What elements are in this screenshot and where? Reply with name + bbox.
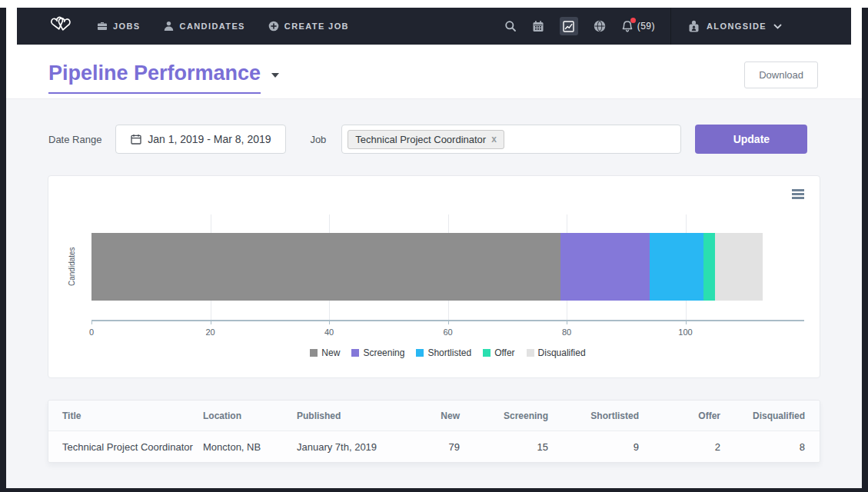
axis-tick — [211, 320, 211, 324]
axis-tick-label: 100 — [678, 327, 692, 337]
table-body: Technical Project CoordinatorMoncton, NB… — [48, 431, 820, 462]
column-header-disqualified: Disqualified — [720, 411, 805, 421]
notification-dot — [630, 18, 636, 23]
bar-segment-new[interactable] — [91, 233, 560, 301]
bell-icon — [621, 20, 634, 33]
table-header-row: TitleLocationPublishedNewScreeningShortl… — [48, 401, 820, 431]
logo-hearts-icon — [46, 15, 75, 38]
column-header-new: New — [412, 411, 460, 421]
notification-count: (59) — [637, 21, 655, 32]
table-cell: 9 — [548, 441, 639, 453]
calendar-small-icon — [131, 134, 141, 145]
table-cell: Technical Project Coordinator — [62, 441, 203, 453]
chart-plot-area — [91, 214, 804, 320]
title-dropdown-caret-icon[interactable] — [271, 73, 279, 78]
pipeline-table-card: TitleLocationPublishedNewScreeningShortl… — [48, 400, 820, 463]
date-range-label: Date Range — [48, 134, 101, 145]
legend-label: Shortlisted — [427, 347, 471, 358]
job-tag-label: Technical Project Coordinator — [355, 134, 486, 145]
nav-create-job[interactable]: CREATE JOB — [268, 21, 349, 32]
job-tag-chip: Technical Project Coordinator x — [348, 130, 504, 149]
pipeline-chart-card: Candidates NewScreeningShortlistedOfferD… — [48, 175, 820, 378]
top-navbar: JOBS CANDIDATES CREATE JOB — [17, 8, 851, 45]
column-header-published: Published — [297, 411, 412, 421]
download-button[interactable]: Download — [744, 62, 818, 88]
person-icon — [164, 21, 175, 32]
bar-segment-disqualified[interactable] — [715, 233, 763, 301]
chevron-down-icon — [773, 24, 782, 29]
legend-label: Screening — [363, 347, 404, 358]
legend-swatch — [310, 349, 318, 357]
table-cell: January 7th, 2019 — [297, 441, 412, 453]
date-range-value: Jan 1, 2019 - Mar 8, 2019 — [148, 133, 271, 145]
table-cell: 79 — [412, 441, 460, 453]
bar-segment-shortlisted[interactable] — [650, 233, 703, 301]
calendar-icon[interactable] — [532, 20, 544, 32]
update-button[interactable]: Update — [695, 125, 807, 154]
column-header-shortlisted: Shortlisted — [548, 411, 639, 421]
filter-row: Date Range Jan 1, 2019 - Mar 8, 2019 Job… — [48, 125, 818, 154]
briefcase-icon — [97, 21, 108, 32]
table-cell: 2 — [639, 441, 720, 453]
table-row[interactable]: Technical Project CoordinatorMoncton, NB… — [48, 431, 820, 462]
axis-tick-label: 0 — [89, 327, 94, 337]
axis-tick — [91, 320, 92, 324]
legend-item-new[interactable]: New — [310, 347, 340, 358]
date-range-input[interactable]: Jan 1, 2019 - Mar 8, 2019 — [115, 125, 286, 154]
app-window: JOBS CANDIDATES CREATE JOB — [6, 0, 862, 488]
user-icon — [688, 20, 700, 32]
analytics-chart-icon[interactable] — [560, 17, 578, 35]
axis-tick — [448, 320, 449, 324]
nav-create-job-label: CREATE JOB — [284, 22, 349, 31]
chip-close-icon[interactable]: x — [491, 135, 497, 144]
alongside-logo[interactable] — [17, 15, 97, 38]
column-header-offer: Offer — [639, 411, 720, 421]
legend-swatch — [527, 349, 534, 357]
legend-swatch — [351, 349, 359, 357]
legend-item-disqualified[interactable]: Disqualified — [527, 347, 586, 358]
globe-icon[interactable] — [594, 20, 606, 32]
navbar-actions: (59) ALONGSIDE — [504, 8, 851, 45]
plus-circle-icon — [268, 21, 279, 32]
account-name: ALONGSIDE — [707, 22, 767, 31]
axis-tick — [686, 320, 687, 324]
column-header-screening: Screening — [460, 411, 548, 421]
legend-label: New — [321, 347, 340, 358]
chart-legend: NewScreeningShortlistedOfferDisqualified — [91, 347, 804, 358]
legend-item-offer[interactable]: Offer — [483, 347, 514, 358]
column-header-title: Title — [62, 411, 203, 421]
bar-segment-screening[interactable] — [560, 233, 650, 301]
stacked-bar — [91, 233, 763, 301]
legend-item-screening[interactable]: Screening — [351, 347, 404, 358]
legend-label: Disqualified — [538, 347, 586, 358]
legend-swatch — [416, 349, 424, 357]
page-title[interactable]: Pipeline Performance — [48, 62, 261, 94]
legend-swatch — [483, 349, 491, 357]
column-header-location: Location — [203, 411, 297, 421]
job-select-input[interactable]: Technical Project Coordinator x — [341, 125, 681, 154]
chart-context-menu-icon[interactable] — [792, 189, 804, 199]
nav-candidates[interactable]: CANDIDATES — [164, 21, 245, 32]
table-cell: Moncton, NB — [203, 441, 297, 453]
axis-tick-label: 40 — [324, 327, 334, 337]
axis-tick — [567, 320, 567, 324]
legend-label: Offer — [494, 347, 514, 358]
notifications-button[interactable]: (59) — [621, 20, 655, 33]
table-cell: 8 — [720, 441, 805, 453]
axis-tick — [329, 320, 330, 324]
nav-jobs-label: JOBS — [113, 22, 141, 31]
table-cell: 15 — [460, 441, 548, 453]
job-label: Job — [310, 134, 326, 145]
account-menu[interactable]: ALONGSIDE — [670, 8, 837, 45]
chart-y-axis-label: Candidates — [65, 233, 78, 301]
bar-segment-offer[interactable] — [703, 233, 715, 301]
axis-tick-label: 20 — [205, 327, 215, 337]
axis-tick-label: 60 — [443, 327, 452, 337]
nav-candidates-label: CANDIDATES — [180, 22, 245, 31]
legend-item-shortlisted[interactable]: Shortlisted — [416, 347, 471, 358]
nav-jobs[interactable]: JOBS — [97, 21, 141, 32]
search-icon[interactable] — [504, 20, 517, 32]
axis-tick-label: 80 — [562, 327, 571, 337]
